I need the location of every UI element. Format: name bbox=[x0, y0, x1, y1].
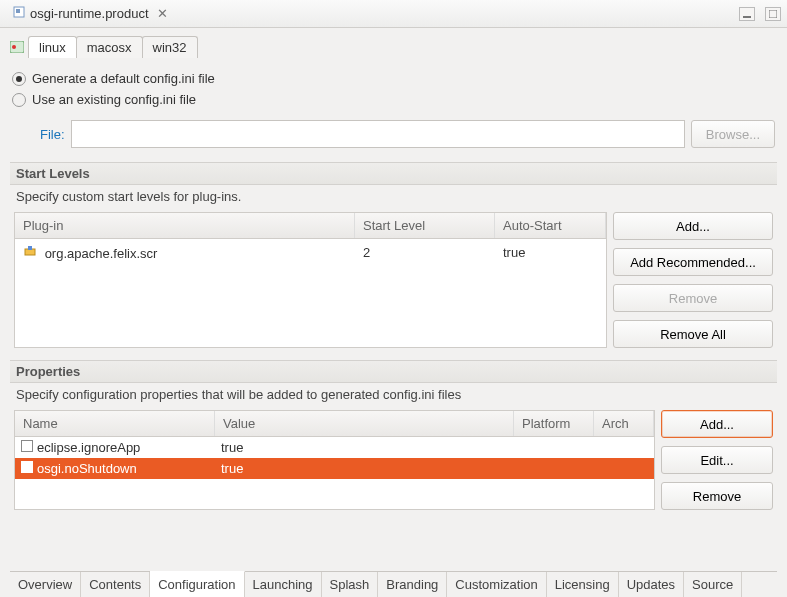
tab-win32[interactable]: win32 bbox=[142, 36, 198, 58]
radio-icon bbox=[12, 93, 26, 107]
properties-buttons: Add... Edit... Remove bbox=[661, 410, 773, 510]
launch-config-icon bbox=[10, 41, 24, 53]
add-button[interactable]: Add... bbox=[613, 212, 773, 240]
table-header: Name Value Platform Arch bbox=[15, 411, 654, 437]
editor-content: linux macosx win32 Generate a default co… bbox=[0, 28, 787, 597]
tab-overview[interactable]: Overview bbox=[10, 572, 81, 597]
properties-title: Properties bbox=[10, 360, 777, 383]
remove-all-button[interactable]: Remove All bbox=[613, 320, 773, 348]
property-icon bbox=[21, 440, 33, 452]
start-levels-table[interactable]: Plug-in Start Level Auto-Start org.apach… bbox=[14, 212, 607, 348]
editor-page-tabs: Overview Contents Configuration Launchin… bbox=[10, 571, 777, 597]
tab-splash[interactable]: Splash bbox=[322, 572, 379, 597]
radio-generate-default[interactable]: Generate a default config.ini file bbox=[12, 71, 775, 86]
col-value[interactable]: Value bbox=[215, 411, 514, 436]
svg-point-5 bbox=[12, 45, 16, 49]
start-levels-buttons: Add... Add Recommended... Remove Remove … bbox=[613, 212, 773, 348]
close-icon[interactable]: ✕ bbox=[157, 6, 168, 21]
prop-name: osgi.noShutdown bbox=[37, 461, 137, 476]
tab-branding[interactable]: Branding bbox=[378, 572, 447, 597]
tab-licensing[interactable]: Licensing bbox=[547, 572, 619, 597]
file-row: File: Browse... bbox=[40, 120, 775, 148]
property-icon bbox=[21, 461, 33, 473]
prop-name: eclipse.ignoreApp bbox=[37, 440, 140, 455]
edit-button[interactable]: Edit... bbox=[661, 446, 773, 474]
properties-table[interactable]: Name Value Platform Arch eclipse.ignoreA… bbox=[14, 410, 655, 510]
minimize-icon[interactable] bbox=[739, 7, 755, 21]
start-level-cell: 2 bbox=[363, 245, 503, 260]
svg-rect-3 bbox=[769, 10, 777, 18]
add-recommended-button[interactable]: Add Recommended... bbox=[613, 248, 773, 276]
product-file-icon bbox=[12, 5, 26, 22]
table-row[interactable]: eclipse.ignoreApp true bbox=[15, 437, 654, 458]
radio-use-existing[interactable]: Use an existing config.ini file bbox=[12, 92, 775, 107]
col-start-level[interactable]: Start Level bbox=[355, 213, 495, 238]
editor-titlebar: osgi-runtime.product ✕ bbox=[0, 0, 787, 28]
col-platform[interactable]: Platform bbox=[514, 411, 594, 436]
properties-desc: Specify configuration properties that wi… bbox=[10, 383, 777, 410]
tab-contents[interactable]: Contents bbox=[81, 572, 150, 597]
plugin-name: org.apache.felix.scr bbox=[45, 246, 158, 261]
radio-label: Generate a default config.ini file bbox=[32, 71, 215, 86]
prop-value: true bbox=[221, 440, 508, 455]
col-auto-start[interactable]: Auto-Start bbox=[495, 213, 606, 238]
add-button[interactable]: Add... bbox=[661, 410, 773, 438]
remove-button[interactable]: Remove bbox=[613, 284, 773, 312]
editor-tab[interactable]: osgi-runtime.product ✕ bbox=[6, 3, 174, 24]
product-editor: osgi-runtime.product ✕ linux macosx win3… bbox=[0, 0, 787, 597]
tab-macosx[interactable]: macosx bbox=[76, 36, 143, 58]
browse-button[interactable]: Browse... bbox=[691, 120, 775, 148]
tab-source[interactable]: Source bbox=[684, 572, 742, 597]
table-header: Plug-in Start Level Auto-Start bbox=[15, 213, 606, 239]
prop-value: true bbox=[221, 461, 508, 476]
remove-button[interactable]: Remove bbox=[661, 482, 773, 510]
start-levels-title: Start Levels bbox=[10, 162, 777, 185]
properties-area: Name Value Platform Arch eclipse.ignoreA… bbox=[10, 410, 777, 518]
tab-updates[interactable]: Updates bbox=[619, 572, 684, 597]
file-label: File: bbox=[40, 127, 65, 142]
start-levels-area: Plug-in Start Level Auto-Start org.apach… bbox=[10, 212, 777, 360]
radio-icon bbox=[12, 72, 26, 86]
col-arch[interactable]: Arch bbox=[594, 411, 654, 436]
auto-start-cell: true bbox=[503, 245, 598, 260]
os-tabs: linux macosx win32 bbox=[10, 36, 777, 58]
tab-linux[interactable]: linux bbox=[28, 36, 77, 58]
radio-label: Use an existing config.ini file bbox=[32, 92, 196, 107]
maximize-icon[interactable] bbox=[765, 7, 781, 21]
svg-rect-7 bbox=[28, 246, 32, 250]
editor-title: osgi-runtime.product bbox=[30, 6, 149, 21]
plugin-icon bbox=[23, 244, 37, 258]
svg-rect-2 bbox=[743, 16, 751, 18]
col-name[interactable]: Name bbox=[15, 411, 215, 436]
start-levels-desc: Specify custom start levels for plug-ins… bbox=[10, 185, 777, 212]
table-row[interactable]: org.apache.felix.scr 2 true bbox=[15, 239, 606, 266]
table-row[interactable]: osgi.noShutdown true bbox=[15, 458, 654, 479]
tab-customization[interactable]: Customization bbox=[447, 572, 546, 597]
tab-configuration[interactable]: Configuration bbox=[150, 571, 244, 597]
col-plugin[interactable]: Plug-in bbox=[15, 213, 355, 238]
file-input[interactable] bbox=[71, 120, 685, 148]
svg-rect-1 bbox=[16, 9, 20, 13]
tab-launching[interactable]: Launching bbox=[245, 572, 322, 597]
